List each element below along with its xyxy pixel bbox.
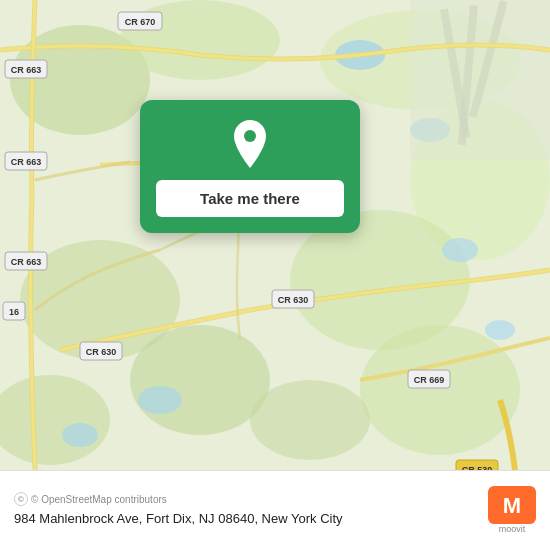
svg-point-42 xyxy=(244,130,256,142)
address-text: 984 Mahlenbrock Ave, Fort Dix, NJ 08640,… xyxy=(14,510,343,528)
bottom-bar: © © OpenStreetMap contributors 984 Mahle… xyxy=(0,470,550,550)
popup-card: Take me there xyxy=(140,100,360,233)
svg-text:CR 663: CR 663 xyxy=(11,157,42,167)
svg-text:CR 630: CR 630 xyxy=(86,347,117,357)
osm-credit-text: © OpenStreetMap contributors xyxy=(31,494,167,505)
svg-text:CR 663: CR 663 xyxy=(11,65,42,75)
svg-text:CR 669: CR 669 xyxy=(414,375,445,385)
svg-text:16: 16 xyxy=(9,307,19,317)
svg-text:CR 663: CR 663 xyxy=(11,257,42,267)
moovit-text: moovit xyxy=(499,524,526,535)
svg-point-16 xyxy=(485,320,515,340)
address-section: © © OpenStreetMap contributors 984 Mahle… xyxy=(14,492,343,528)
osm-logo-icon: © xyxy=(14,492,28,506)
map-container: CR 670 CR 663 CR 663 CR 663 CR 618 CR 63… xyxy=(0,0,550,470)
moovit-logo: M moovit xyxy=(488,486,536,535)
svg-point-13 xyxy=(442,238,478,262)
svg-text:CR 670: CR 670 xyxy=(125,17,156,27)
svg-text:CR 630: CR 630 xyxy=(278,295,309,305)
svg-text:CR 530: CR 530 xyxy=(462,465,493,470)
map-svg: CR 670 CR 663 CR 663 CR 663 CR 618 CR 63… xyxy=(0,0,550,470)
moovit-icon: M xyxy=(488,486,536,524)
svg-point-8 xyxy=(360,325,520,455)
svg-point-10 xyxy=(250,380,370,460)
take-me-there-button[interactable]: Take me there xyxy=(156,180,344,217)
svg-point-7 xyxy=(130,325,270,435)
svg-point-14 xyxy=(138,386,182,414)
location-pin-icon xyxy=(224,118,276,170)
svg-point-15 xyxy=(62,423,98,447)
svg-text:M: M xyxy=(503,493,521,518)
osm-credit: © © OpenStreetMap contributors xyxy=(14,492,343,506)
